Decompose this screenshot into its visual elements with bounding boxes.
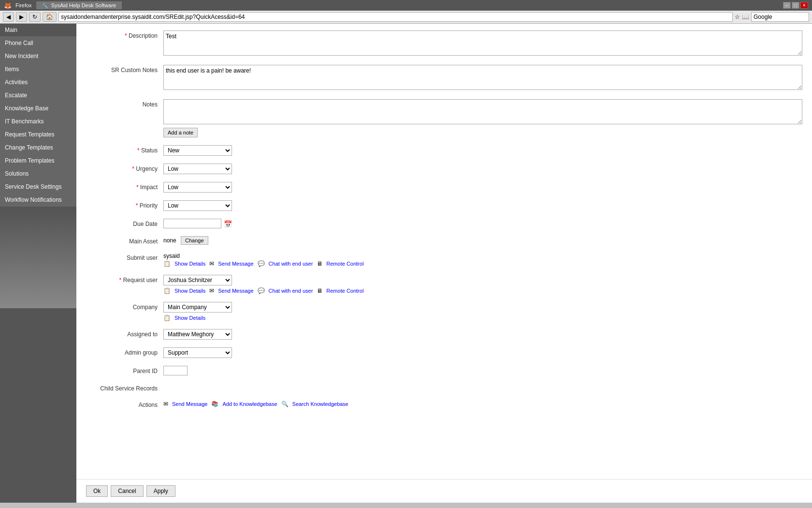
submit-user-actions: 📋 Show Details ✉ Send Message 💬 Chat wit…: [163, 260, 802, 267]
actions-kb-icon: 📚: [211, 401, 218, 407]
priority-label: Priority: [86, 200, 163, 209]
sidebar-item-service-desk-settings[interactable]: Service Desk Settings: [0, 180, 76, 194]
req-chat-link[interactable]: Chat with end user: [269, 288, 313, 294]
req-show-details-link[interactable]: Show Details: [174, 288, 205, 294]
forward-button[interactable]: ▶: [16, 12, 27, 22]
notes-row: Notes Add a note: [86, 97, 802, 139]
submit-chat-link[interactable]: Chat with end user: [269, 261, 313, 267]
firefox-icon: 🦊: [4, 2, 12, 9]
urgency-label: Urgency: [86, 164, 163, 172]
description-row: Description Test: [86, 29, 802, 59]
submit-remote-link[interactable]: Remote Control: [326, 261, 363, 267]
submit-send-message-icon: ✉: [209, 260, 214, 267]
assigned-to-select[interactable]: Matthew Meghory Other: [163, 329, 232, 340]
maximize-btn[interactable]: □: [792, 2, 799, 9]
child-sr-row: Child Service Records: [86, 381, 802, 394]
sidebar-item-escalate[interactable]: Escalate: [0, 89, 76, 102]
status-label: Status: [86, 145, 163, 154]
impact-select[interactable]: Low Medium High: [163, 182, 232, 193]
sidebar-item-request-templates[interactable]: Request Templates: [0, 128, 76, 141]
company-label: Company: [86, 302, 163, 311]
status-row: Status New Open Closed Pending: [86, 143, 802, 158]
titlebar-text: Firefox: [15, 2, 32, 8]
sidebar-item-workflow-notifications[interactable]: Workflow Notifications: [0, 194, 76, 207]
child-sr-label: Child Service Records: [86, 383, 163, 392]
sidebar-item-knowledge-base[interactable]: Knowledge Base: [0, 102, 76, 115]
req-send-message-link[interactable]: Send Message: [218, 288, 253, 294]
address-bar[interactable]: [58, 12, 733, 22]
request-user-select[interactable]: Joshua Schnitzer Other User: [163, 275, 232, 285]
submit-user-row: Submit user sysaid 📋 Show Details ✉ Send…: [86, 251, 802, 269]
add-note-button[interactable]: Add a note: [163, 128, 198, 137]
submit-show-details-icon: 📋: [163, 260, 171, 267]
parent-id-input[interactable]: [163, 366, 188, 375]
admin-group-select[interactable]: Support IT Management: [163, 347, 232, 358]
parent-id-label: Parent ID: [86, 366, 163, 374]
company-show-details-icon: 📋: [163, 314, 171, 321]
admin-group-row: Admin group Support IT Management: [86, 345, 802, 360]
description-label: Description: [86, 30, 163, 39]
req-chat-icon: 💬: [258, 287, 265, 294]
admin-group-field: Support IT Management: [163, 347, 802, 358]
back-button[interactable]: ◀: [3, 12, 14, 22]
cancel-button[interactable]: Cancel: [111, 485, 143, 497]
bookmark-icon: 📖: [742, 14, 749, 20]
submit-chat-icon: 💬: [258, 260, 265, 267]
apply-button[interactable]: Apply: [146, 485, 175, 497]
sr-custom-notes-label: SR Custom Notes: [86, 65, 163, 74]
browser-tab[interactable]: 🔧 SysAid Help Desk Software: [36, 1, 123, 10]
priority-select[interactable]: Low Medium High: [163, 200, 232, 211]
description-textarea[interactable]: Test: [163, 30, 802, 56]
submit-remote-icon: 🖥: [317, 260, 322, 267]
sidebar-item-change-templates[interactable]: Change Templates: [0, 141, 76, 154]
close-btn[interactable]: ✕: [800, 2, 808, 9]
titlebar: 🦊 Firefox 🔧 SysAid Help Desk Software ─ …: [0, 0, 812, 11]
company-select[interactable]: Main Company Other Company: [163, 302, 232, 313]
priority-field: Low Medium High: [163, 200, 802, 211]
sidebar: Main Phone Call New Incident Items Activ…: [0, 24, 76, 503]
sidebar-item-main[interactable]: Main: [0, 24, 76, 37]
assigned-to-field: Matthew Meghory Other: [163, 329, 802, 340]
sidebar-item-it-benchmarks[interactable]: IT Benchmarks: [0, 115, 76, 128]
actions-search-kb-link[interactable]: Search Knowledgebase: [292, 401, 348, 407]
change-button[interactable]: Change: [181, 236, 208, 245]
actions-add-kb-link[interactable]: Add to Knowledgebase: [222, 401, 277, 407]
due-date-input[interactable]: [163, 219, 221, 228]
sidebar-item-problem-templates[interactable]: Problem Templates: [0, 154, 76, 167]
sidebar-item-new-incident[interactable]: New Incident: [0, 50, 76, 63]
browser-nav: ◀ ▶ ↻ 🏠 ☆ 📖: [0, 11, 812, 24]
notes-textarea[interactable]: [163, 99, 802, 124]
parent-id-row: Parent ID: [86, 364, 802, 377]
request-user-actions: 📋 Show Details ✉ Send Message 💬 Chat wit…: [163, 287, 802, 294]
company-show-details-link[interactable]: Show Details: [174, 315, 205, 321]
req-remote-link[interactable]: Remote Control: [326, 288, 363, 294]
sidebar-item-solutions[interactable]: Solutions: [0, 167, 76, 180]
sidebar-item-activities[interactable]: Activities: [0, 76, 76, 89]
due-date-row: Due Date 📅: [86, 217, 802, 230]
req-send-message-icon: ✉: [209, 287, 214, 294]
main-asset-label: Main Asset: [86, 236, 163, 245]
main-asset-row: Main Asset none Change: [86, 234, 802, 247]
submit-show-details-link[interactable]: Show Details: [174, 261, 205, 267]
home-button[interactable]: 🏠: [43, 12, 57, 22]
ok-button[interactable]: Ok: [86, 485, 108, 497]
search-input[interactable]: [751, 12, 809, 22]
urgency-select[interactable]: Low Medium High: [163, 164, 232, 174]
submit-send-message-link[interactable]: Send Message: [218, 261, 253, 267]
notes-field: Add a note: [163, 99, 802, 137]
submit-user-label: Submit user: [86, 253, 163, 261]
actions-search-kb-icon: 🔍: [281, 401, 289, 407]
sidebar-item-phone-call[interactable]: Phone Call: [0, 37, 76, 50]
calendar-icon[interactable]: 📅: [224, 220, 232, 228]
sr-custom-notes-textarea[interactable]: this end user is a pain! be aware!: [163, 65, 802, 90]
req-remote-icon: 🖥: [317, 287, 322, 294]
minimize-btn[interactable]: ─: [783, 2, 791, 9]
sidebar-item-items[interactable]: Items: [0, 63, 76, 76]
actions-send-message-link[interactable]: Send Message: [172, 401, 207, 407]
description-field: Test: [163, 30, 802, 57]
status-select[interactable]: New Open Closed Pending: [163, 145, 232, 156]
request-user-label: Request user: [86, 275, 163, 284]
refresh-button[interactable]: ↻: [29, 12, 41, 22]
assigned-to-label: Assigned to: [86, 329, 163, 338]
actions-send-icon: ✉: [163, 401, 168, 407]
